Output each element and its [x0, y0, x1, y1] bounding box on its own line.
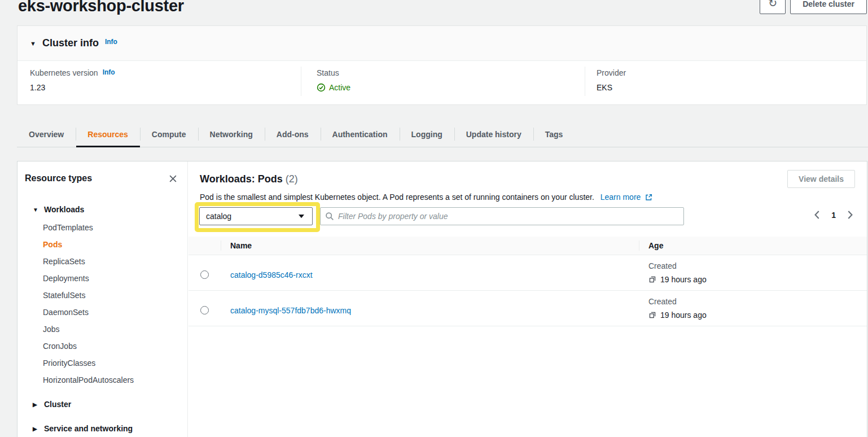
cluster-info-header[interactable]: ▼ Cluster info Info: [17, 26, 866, 61]
sidebar-item-podtemplates[interactable]: PodTemplates: [17, 219, 187, 236]
tab-resources[interactable]: Resources: [76, 123, 140, 147]
kubernetes-version-label: Kubernetes version: [30, 68, 98, 77]
pod-name-link[interactable]: catalog-d5985c46-rxcxt: [230, 270, 313, 279]
cluster-info-info-link[interactable]: Info: [105, 38, 117, 46]
sidebar-group-label: Cluster: [44, 400, 71, 409]
cluster-info-panel: ▼ Cluster info Info Kubernetes version I…: [17, 25, 867, 105]
kubernetes-version-value: 1.23: [30, 83, 115, 92]
provider-value: EKS: [597, 83, 626, 92]
pods-description-text: Pod is the smallest and simplest Kuberne…: [200, 193, 594, 202]
divider: [301, 67, 301, 96]
chevron-left-icon: [814, 211, 819, 219]
sidebar-group-label: Service and networking: [44, 424, 133, 433]
status-value: Active: [329, 83, 350, 92]
sidebar-item-horizontalpodautoscalers[interactable]: HorizontalPodAutoscalers: [17, 372, 187, 388]
pods-table: Name Age catalog-d5985c46-rxcxt Created …: [188, 237, 867, 326]
learn-more-label: Learn more: [600, 193, 641, 202]
tab-overview[interactable]: Overview: [17, 123, 76, 147]
caret-right-icon: ▶: [33, 401, 39, 408]
sidebar-item-replicasets[interactable]: ReplicaSets: [17, 253, 187, 270]
chevron-right-icon: [848, 211, 853, 219]
table-row: catalog-d5985c46-rxcxt Created 19 hours …: [188, 255, 867, 291]
search-icon: [325, 212, 334, 221]
column-header-name[interactable]: Name: [230, 237, 252, 255]
tab-compute[interactable]: Compute: [140, 123, 198, 147]
pods-heading-text: Workloads: Pods: [200, 173, 283, 185]
filter-type-value: catalog: [206, 212, 231, 221]
provider-field: Provider EKS: [597, 68, 626, 92]
tab-update-history[interactable]: Update history: [454, 123, 533, 147]
provider-label: Provider: [597, 68, 626, 77]
search-input[interactable]: [338, 212, 679, 221]
status-badge: Active: [317, 83, 350, 92]
pagination: 1: [813, 209, 854, 220]
caret-down-icon: ▼: [33, 207, 39, 213]
copy-icon[interactable]: [648, 311, 656, 319]
tab-add-ons[interactable]: Add-ons: [265, 123, 321, 147]
sidebar-item-priorityclasses[interactable]: PriorityClasses: [17, 355, 187, 372]
chevron-down-icon: [298, 214, 305, 218]
row-radio-button[interactable]: [200, 306, 209, 314]
page-title: eks-workshop-cluster: [18, 0, 184, 15]
cluster-info-body: Kubernetes version Info 1.23 Status Acti…: [17, 61, 866, 105]
age-created-label: Created: [648, 261, 707, 270]
sidebar-item-daemonsets[interactable]: DaemonSets: [17, 304, 187, 321]
column-divider: [221, 241, 221, 251]
column-divider: [639, 241, 639, 251]
sidebar-item-cronjobs[interactable]: CronJobs: [17, 338, 187, 355]
pods-panel: Workloads: Pods (2) View details Pod is …: [188, 161, 867, 437]
column-header-age[interactable]: Age: [648, 237, 663, 255]
resource-types-title: Resource types: [25, 173, 92, 183]
resource-types-sidebar: Resource types ▼ Workloads PodTemplates …: [17, 161, 188, 437]
status-field: Status Active: [317, 68, 350, 92]
table-header: Name Age: [188, 237, 867, 255]
view-details-button[interactable]: View details: [787, 170, 855, 188]
age-cell: Created 19 hours ago: [648, 261, 707, 284]
check-circle-icon: [317, 83, 326, 92]
cluster-info-title: Cluster info: [42, 37, 99, 49]
refresh-icon: ↻: [768, 0, 777, 10]
tab-networking[interactable]: Networking: [198, 123, 265, 147]
kubernetes-version-info-link[interactable]: Info: [103, 68, 115, 76]
caret-right-icon: ▶: [33, 426, 39, 432]
sidebar-item-statefulsets[interactable]: StatefulSets: [17, 287, 187, 304]
sidebar-item-pods[interactable]: Pods: [17, 236, 187, 253]
tab-logging[interactable]: Logging: [400, 123, 454, 147]
header-actions: ↻ Delete cluster: [760, 0, 867, 14]
age-created-label: Created: [648, 297, 707, 306]
close-sidebar-button[interactable]: [166, 172, 179, 185]
close-icon: [169, 174, 177, 183]
table-row: catalog-mysql-557fdb7bd6-hwxmq Created 1…: [188, 291, 867, 326]
age-value: 19 hours ago: [660, 311, 707, 320]
sidebar-item-jobs[interactable]: Jobs: [17, 321, 187, 338]
external-link-icon: [645, 194, 652, 201]
pod-name-link[interactable]: catalog-mysql-557fdb7bd6-hwxmq: [230, 306, 351, 315]
copy-icon[interactable]: [648, 276, 656, 283]
resources-content: Resource types ▼ Workloads PodTemplates …: [17, 161, 867, 437]
learn-more-link[interactable]: Learn more: [600, 193, 652, 202]
sidebar-group-cluster[interactable]: ▶ Cluster: [17, 396, 187, 413]
sidebar-group-workloads[interactable]: ▼ Workloads: [17, 201, 187, 218]
row-radio-button[interactable]: [200, 270, 209, 279]
next-page-button[interactable]: [847, 209, 854, 220]
filter-type-dropdown[interactable]: catalog: [199, 207, 313, 225]
tab-tags[interactable]: Tags: [533, 123, 575, 147]
kubernetes-version-field: Kubernetes version Info 1.23: [30, 68, 115, 92]
divider: [585, 67, 585, 96]
sidebar-group-service-and-networking[interactable]: ▶ Service and networking: [17, 420, 187, 437]
sidebar-group-label: Workloads: [44, 205, 84, 214]
current-page[interactable]: 1: [831, 211, 836, 220]
cluster-tabs: Overview Resources Compute Networking Ad…: [17, 123, 868, 147]
status-label: Status: [317, 68, 339, 77]
pods-description: Pod is the smallest and simplest Kuberne…: [200, 193, 652, 202]
pods-filter-search: [320, 207, 684, 225]
collapse-caret-icon: ▼: [30, 40, 36, 47]
sidebar-item-deployments[interactable]: Deployments: [17, 270, 187, 287]
previous-page-button[interactable]: [813, 209, 821, 220]
resource-types-nav: ▼ Workloads PodTemplates Pods ReplicaSet…: [17, 201, 187, 437]
workloads-items: PodTemplates Pods ReplicaSets Deployment…: [17, 219, 187, 388]
delete-cluster-button[interactable]: Delete cluster: [790, 0, 867, 14]
refresh-button[interactable]: ↻: [760, 0, 786, 14]
tab-authentication[interactable]: Authentication: [321, 123, 400, 147]
age-cell: Created 19 hours ago: [648, 297, 707, 320]
